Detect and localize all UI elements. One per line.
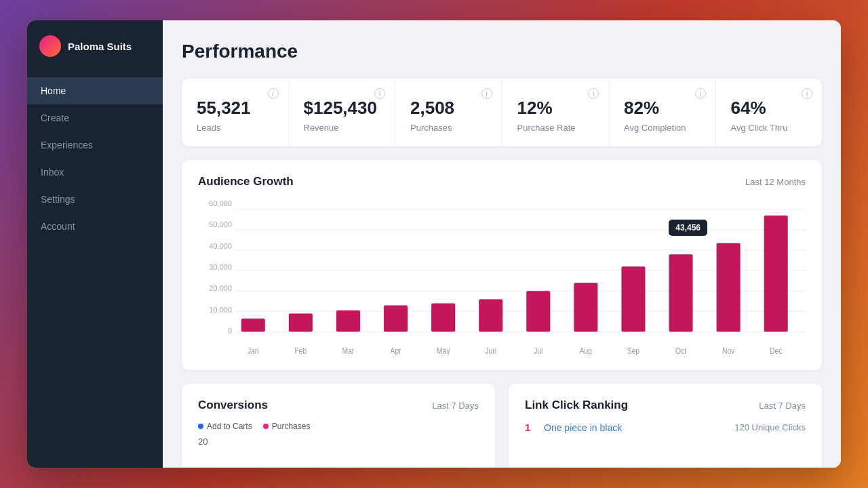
link-ranking-title: Link Click Ranking	[525, 399, 628, 412]
kpi-value: 64%	[731, 98, 808, 119]
link-ranking-period: Last 7 Days	[759, 401, 806, 411]
kpi-label: Purchase Rate	[517, 123, 594, 133]
svg-text:Jun: Jun	[485, 346, 496, 355]
kpi-label: Avg Click Thru	[731, 123, 808, 133]
svg-rect-25	[669, 254, 693, 331]
svg-rect-7	[241, 319, 265, 332]
svg-text:Jul: Jul	[534, 346, 542, 355]
sidebar-item-experiences[interactable]: Experiences	[27, 131, 163, 159]
kpi-label: Revenue	[304, 123, 380, 133]
link-ranking-list: 1 One piece in black 120 Unique Clicks	[525, 422, 806, 433]
chart-header: Audience Growth Last 12 Months	[198, 175, 806, 188]
conversions-period: Last 7 Days	[432, 401, 479, 411]
app-window: Paloma Suits HomeCreateExperiencesInboxS…	[27, 20, 841, 468]
conversions-card: Conversions Last 7 Days Add to CartsPurc…	[182, 384, 495, 468]
kpi-value: 2,508	[410, 98, 487, 119]
svg-text:Mar: Mar	[342, 346, 355, 355]
kpi-label: Purchases	[410, 123, 487, 133]
chart-area: 60,00050,00040,00030,00020,00010,0000 Ja…	[198, 199, 806, 355]
kpi-row: i 55,321 Leads i $125,430 Revenue i 2,50…	[182, 79, 822, 146]
kpi-info-icon[interactable]: i	[588, 88, 599, 99]
main-content: Performance i 55,321 Leads i $125,430 Re…	[163, 20, 841, 468]
kpi-card-3: i 12% Purchase Rate	[502, 79, 610, 146]
svg-text:May: May	[437, 346, 450, 355]
kpi-info-icon[interactable]: i	[268, 88, 279, 99]
legend-item: Purchases	[263, 422, 311, 431]
kpi-label: Leads	[197, 123, 273, 133]
kpi-value: $125,430	[304, 98, 380, 119]
chart-period: Last 12 Months	[745, 177, 806, 187]
legend-label: Purchases	[272, 422, 311, 431]
chart-yaxis: 60,00050,00040,00030,00020,00010,0000	[198, 199, 232, 335]
rank-clicks: 120 Unique Clicks	[734, 422, 806, 432]
sidebar-item-home[interactable]: Home	[27, 77, 163, 104]
svg-text:Aug: Aug	[580, 346, 592, 355]
svg-rect-9	[289, 313, 313, 331]
svg-text:Apr: Apr	[391, 346, 401, 355]
kpi-label: Avg Completion	[624, 123, 701, 133]
svg-text:Dec: Dec	[770, 346, 782, 355]
svg-rect-19	[526, 291, 550, 331]
svg-rect-11	[336, 310, 360, 332]
bottom-row: Conversions Last 7 Days Add to CartsPurc…	[182, 384, 822, 468]
legend-dot	[198, 424, 203, 429]
svg-rect-29	[764, 216, 788, 331]
link-ranking-card: Link Click Ranking Last 7 Days 1 One pie…	[509, 384, 822, 468]
svg-text:Feb: Feb	[295, 346, 307, 355]
sidebar-item-account[interactable]: Account	[27, 213, 163, 240]
y-axis-label: 20,000	[198, 284, 232, 292]
svg-rect-17	[479, 299, 502, 331]
svg-text:Jan: Jan	[248, 346, 259, 355]
sidebar-nav: HomeCreateExperiencesInboxSettingsAccoun…	[27, 72, 163, 245]
conversions-header: Conversions Last 7 Days	[198, 399, 479, 412]
legend-dot	[263, 424, 269, 429]
kpi-card-4: i 82% Avg Completion	[609, 79, 716, 146]
kpi-info-icon[interactable]: i	[802, 88, 812, 99]
y-axis-label: 30,000	[198, 263, 232, 271]
kpi-card-1: i $125,430 Revenue	[289, 79, 396, 146]
kpi-value: 55,321	[197, 98, 273, 119]
svg-rect-23	[621, 266, 645, 331]
sidebar-item-create[interactable]: Create	[27, 104, 163, 131]
svg-rect-15	[431, 303, 455, 331]
conversions-legend: Add to CartsPurchases	[198, 422, 479, 431]
kpi-info-icon[interactable]: i	[481, 88, 492, 99]
chart-container: JanFebMarAprMayJunJulAugSepOctNovDec 43,…	[235, 199, 806, 355]
page-title: Performance	[182, 41, 822, 62]
logo-icon	[39, 35, 61, 57]
y-axis-label: 0	[198, 327, 232, 335]
sidebar-logo: Paloma Suits	[27, 20, 163, 72]
svg-rect-13	[384, 305, 408, 331]
kpi-info-icon[interactable]: i	[695, 88, 706, 99]
kpi-info-icon[interactable]: i	[374, 88, 385, 99]
rank-number: 1	[525, 422, 536, 433]
conversions-title: Conversions	[198, 399, 268, 412]
kpi-value: 82%	[624, 98, 701, 119]
sidebar-item-inbox[interactable]: Inbox	[27, 159, 163, 186]
chart-title: Audience Growth	[198, 175, 294, 188]
audience-growth-card: Audience Growth Last 12 Months 60,00050,…	[182, 160, 822, 370]
bar-chart: JanFebMarAprMayJunJulAugSepOctNovDec	[235, 199, 806, 355]
svg-text:Sep: Sep	[627, 346, 639, 355]
y-axis-label: 40,000	[198, 242, 232, 250]
sidebar-item-settings[interactable]: Settings	[27, 186, 163, 213]
conversions-ystart: 20	[198, 436, 479, 447]
sidebar: Paloma Suits HomeCreateExperiencesInboxS…	[27, 20, 163, 468]
svg-text:Nov: Nov	[722, 346, 734, 355]
legend-item: Add to Carts	[198, 422, 252, 431]
y-axis-label: 50,000	[198, 220, 232, 228]
kpi-card-0: i 55,321 Leads	[182, 79, 289, 146]
kpi-card-5: i 64% Avg Click Thru	[716, 79, 823, 146]
legend-label: Add to Carts	[207, 422, 252, 431]
link-ranking-item: 1 One piece in black 120 Unique Clicks	[525, 422, 806, 433]
y-axis-label: 10,000	[198, 306, 232, 314]
y-axis-label: 60,000	[198, 199, 232, 207]
rank-link[interactable]: One piece in black	[544, 422, 726, 433]
link-ranking-header: Link Click Ranking Last 7 Days	[525, 399, 806, 412]
kpi-value: 12%	[517, 98, 594, 119]
logo-text: Paloma Suits	[68, 41, 132, 52]
svg-rect-27	[717, 243, 741, 332]
svg-text:Oct: Oct	[675, 346, 687, 355]
kpi-card-2: i 2,508 Purchases	[395, 79, 502, 146]
svg-rect-21	[574, 283, 597, 331]
